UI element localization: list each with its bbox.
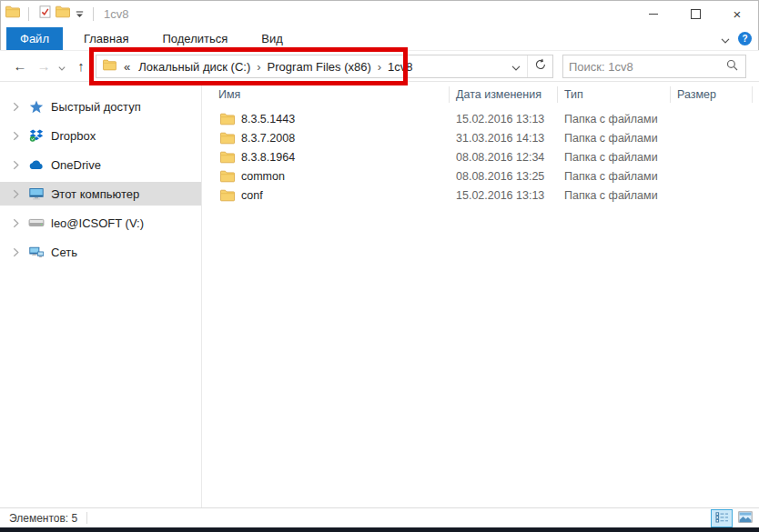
thumbnails-view-button[interactable] xyxy=(734,509,756,527)
file-row[interactable]: 8.3.7.200831.03.2016 14:13Папка с файлам… xyxy=(202,128,759,147)
column-header[interactable]: Имя xyxy=(202,82,450,107)
qat-dropdown-icon[interactable] xyxy=(72,3,86,25)
close-button[interactable]: × xyxy=(716,1,758,27)
navigation-toolbar: ← → ↑ « Локальный диск (C:)›Program File… xyxy=(0,51,759,82)
sidebar-item-label: leo@ICSOFT (V:) xyxy=(51,216,144,230)
divider xyxy=(86,512,87,524)
breadcrumb-segment[interactable]: Program Files (x86) xyxy=(262,60,377,74)
column-header[interactable]: Тип xyxy=(558,82,671,107)
chevron-right-icon[interactable] xyxy=(13,247,22,257)
details-view-button[interactable] xyxy=(711,509,733,527)
sidebar-item-label: Dropbox xyxy=(51,129,96,143)
breadcrumb-segment[interactable]: 1cv8 xyxy=(382,60,418,74)
chevron-right-icon[interactable] xyxy=(13,102,22,112)
status-bar: Элементов: 5 xyxy=(0,507,759,527)
title-bar: 1cv8 × xyxy=(0,0,759,27)
sidebar-item-cloud[interactable]: OneDrive xyxy=(0,153,201,176)
column-header-label: Размер xyxy=(677,88,716,101)
folder-icon xyxy=(220,132,241,145)
star-icon xyxy=(28,100,45,114)
file-name-cell[interactable]: 8.3.5.1443 xyxy=(202,113,450,125)
tab-view[interactable]: Вид xyxy=(248,27,296,50)
file-type: Папка с файлами xyxy=(558,170,671,183)
ribbon-expand-chevron-icon[interactable] xyxy=(721,31,730,47)
new-folder-icon[interactable] xyxy=(54,3,72,25)
file-name-cell[interactable]: conf xyxy=(202,189,450,202)
explorer-window: 1cv8 × Файл Главная Поделиться Вид ? ← →… xyxy=(0,0,759,532)
refresh-button[interactable] xyxy=(527,55,552,77)
window-controls: × xyxy=(632,1,758,27)
file-name: 8.3.5.1443 xyxy=(241,113,295,125)
main-area: Быстрый доступDropboxOneDriveЭтот компью… xyxy=(0,82,759,507)
chevron-right-icon[interactable] xyxy=(13,160,22,170)
file-type: Папка с файлами xyxy=(558,189,671,202)
file-name-cell[interactable]: 8.3.7.2008 xyxy=(202,132,450,145)
ribbon-tab-row: Файл Главная Поделиться Вид ? xyxy=(0,27,759,51)
file-name: 8.3.8.1964 xyxy=(241,151,295,164)
window-title: 1cv8 xyxy=(104,7,128,21)
help-icon[interactable]: ? xyxy=(738,32,752,45)
up-button[interactable]: ↑ xyxy=(70,51,92,81)
sidebar-item-star[interactable]: Быстрый доступ xyxy=(0,95,201,118)
file-rows: 8.3.5.144315.02.2016 13:13Папка с файлам… xyxy=(202,107,759,205)
minimize-button[interactable] xyxy=(632,1,674,27)
chevron-right-icon[interactable] xyxy=(13,131,22,141)
column-header-label: Тип xyxy=(564,88,583,101)
address-folder-icon xyxy=(103,58,116,75)
folder-icon xyxy=(220,113,241,125)
file-type: Папка с файлами xyxy=(558,132,671,145)
search-input[interactable] xyxy=(563,60,726,74)
forward-button[interactable]: → xyxy=(33,51,55,81)
breadcrumb-segment[interactable]: Локальный диск (C:) xyxy=(133,60,256,74)
close-icon: × xyxy=(734,7,742,21)
divider xyxy=(28,7,29,21)
sidebar-item-drive[interactable]: leo@ICSOFT (V:) xyxy=(0,211,201,235)
address-bar[interactable]: « Локальный диск (C:)›Program Files (x86… xyxy=(96,55,553,78)
app-folder-icon xyxy=(4,3,22,25)
folder-icon xyxy=(220,170,241,183)
sidebar-item-network[interactable]: Сеть xyxy=(0,240,201,264)
file-modified: 15.02.2016 13:13 xyxy=(450,113,558,125)
chevron-right-icon[interactable] xyxy=(13,189,22,199)
back-button[interactable]: ← xyxy=(9,51,31,81)
properties-check-icon[interactable] xyxy=(35,3,54,25)
file-name-cell[interactable]: 8.3.8.1964 xyxy=(202,151,450,164)
file-row[interactable]: conf15.02.2016 13:13Папка с файлами xyxy=(202,186,759,205)
minimize-icon xyxy=(649,14,658,15)
column-header-label: Дата изменения xyxy=(456,88,541,101)
file-modified: 15.02.2016 13:13 xyxy=(450,189,558,202)
sidebar-item-label: Быстрый доступ xyxy=(51,100,141,114)
file-name: 8.3.7.2008 xyxy=(241,132,295,145)
file-row[interactable]: common08.08.2016 13:25Папка с файлами xyxy=(202,166,759,186)
sidebar-item-label: Этот компьютер xyxy=(51,187,139,201)
search-icon[interactable] xyxy=(726,58,738,75)
file-row[interactable]: 8.3.5.144315.02.2016 13:13Папка с файлам… xyxy=(202,109,759,128)
file-name: common xyxy=(241,170,285,183)
file-modified: 08.08.2016 12:34 xyxy=(450,151,558,164)
file-name-cell[interactable]: common xyxy=(202,170,450,183)
chevron-right-icon[interactable] xyxy=(13,218,22,228)
search-box xyxy=(562,55,746,78)
column-header-row: ИмяДата измененияТипРазмер xyxy=(202,82,759,107)
address-dropdown-chevron-icon[interactable] xyxy=(505,55,527,77)
file-list: ИмяДата измененияТипРазмер 8.3.5.144315.… xyxy=(202,82,759,507)
recent-locations-chevron-icon[interactable] xyxy=(56,51,68,81)
sidebar-item-label: OneDrive xyxy=(51,158,101,172)
sidebar-item-computer[interactable]: Этот компьютер xyxy=(0,182,201,206)
column-header-label: Имя xyxy=(218,88,240,101)
column-resize-handle[interactable] xyxy=(752,86,753,103)
file-modified: 08.08.2016 13:25 xyxy=(450,170,558,183)
file-row[interactable]: 8.3.8.196408.08.2016 12:34Папка с файлам… xyxy=(202,147,759,166)
column-header[interactable]: Размер xyxy=(671,82,753,107)
column-header[interactable]: Дата изменения xyxy=(450,82,558,107)
tab-file[interactable]: Файл xyxy=(6,27,63,50)
file-name: conf xyxy=(241,189,263,202)
items-count: Элементов: 5 xyxy=(9,512,77,525)
taskbar-edge xyxy=(0,527,759,532)
tab-home[interactable]: Главная xyxy=(71,27,141,50)
breadcrumb-overflow[interactable]: « xyxy=(121,60,133,74)
divider xyxy=(93,7,94,21)
tab-share[interactable]: Поделиться xyxy=(149,27,240,50)
sidebar-item-dropbox[interactable]: Dropbox xyxy=(0,124,201,147)
maximize-button[interactable] xyxy=(674,1,716,27)
